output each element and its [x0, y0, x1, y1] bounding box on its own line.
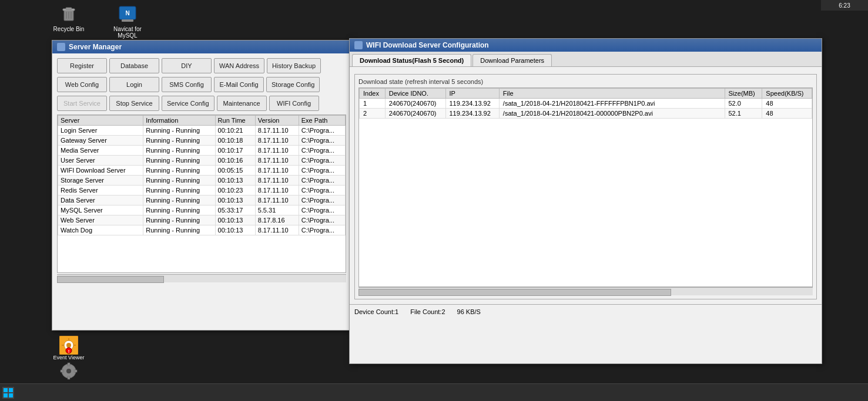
event-viewer-icon-item[interactable]: ! Event Viewer [48, 336, 89, 360]
download-table-container[interactable]: Index Device IDNO. IP File Size(MB) Spee… [358, 87, 813, 287]
web-config-button[interactable]: Web Config [57, 77, 107, 92]
tab-download-params[interactable]: Download Parameters [472, 54, 552, 66]
cell-version: 8.17.11.10 [255, 146, 299, 156]
cell-exe_path: C:\Progra... [299, 136, 345, 146]
table-row[interactable]: MySQL ServerRunning - Running05:33:175.5… [58, 205, 346, 215]
stop-service-button[interactable]: Stop Service [109, 96, 159, 111]
table-row[interactable]: 2240670(240670)119.234.13.92/sata_1/2018… [360, 109, 812, 119]
cell-run_time: 00:05:15 [215, 166, 255, 176]
server-manager-title: Server Manager [69, 43, 122, 51]
cell-version: 8.17.11.10 [255, 156, 299, 166]
cell-server: Storage Server [58, 176, 143, 186]
download-table-header-row: Index Device IDNO. IP File Size(MB) Spee… [360, 89, 812, 99]
wan-address-button[interactable]: WAN Address [214, 58, 264, 73]
cell-version: 8.17.11.10 [255, 126, 299, 136]
svg-point-21 [66, 369, 71, 373]
server-manager-title-icon [57, 43, 65, 51]
file-count: File Count:2 [410, 308, 445, 315]
toolbar-row-3: Start Service Stop Service Service Confi… [57, 96, 346, 111]
table-row[interactable]: Gateway ServerRunning - Running00:10:188… [58, 136, 346, 146]
table-row[interactable]: 1240670(240670)119.234.13.92/sata_1/2018… [360, 99, 812, 109]
cell-exe_path: C:\Progra... [299, 176, 345, 186]
col-file: File [499, 89, 725, 99]
download-table-body: 1240670(240670)119.234.13.92/sata_1/2018… [360, 99, 812, 119]
table-row[interactable]: Media ServerRunning - Running00:10:178.1… [58, 146, 346, 156]
cell-server: MySQL Server [58, 205, 143, 215]
col-server: Server [58, 116, 143, 126]
tab-download-status[interactable]: Download Status(Flash 5 Second) [352, 54, 471, 66]
cell-information: Running - Running [143, 166, 215, 176]
sms-config-button[interactable]: SMS Config [162, 77, 212, 92]
register-button[interactable]: Register [57, 58, 107, 73]
diy-button[interactable]: DIY [162, 58, 212, 73]
cell-information: Running - Running [143, 225, 215, 235]
cell-information: Running - Running [143, 215, 215, 225]
cell-run_time: 00:10:13 [215, 196, 255, 205]
cell-exe_path: C:\Progra... [299, 196, 345, 205]
cell-exe_path: C:\Progra... [299, 166, 345, 176]
table-row[interactable]: Data ServerRunning - Running00:10:138.17… [58, 196, 346, 205]
cell-index: 2 [360, 109, 386, 119]
cell-exe_path: C:\Progra... [299, 156, 345, 166]
email-config-button[interactable]: E-Mail Config [214, 77, 264, 92]
cell-version: 8.17.11.10 [255, 225, 299, 235]
cell-server: Redis Server [58, 186, 143, 196]
wifi-config-tabs: Download Status(Flash 5 Second) Download… [350, 52, 822, 67]
cell-information: Running - Running [143, 196, 215, 205]
cell-version: 8.17.11.10 [255, 196, 299, 205]
wifi-config-sm-button[interactable]: WIFI Config [269, 96, 319, 111]
cell-run_time: 00:10:13 [215, 225, 255, 235]
navicat-icon[interactable]: N Navicat for MySQL [107, 3, 148, 39]
server-table-container[interactable]: Server Information Run Time Version Exe … [57, 114, 346, 273]
gear-icon-item[interactable] [48, 362, 89, 380]
recycle-bin-label: Recycle Bin [53, 26, 85, 32]
service-config-button[interactable]: Service Config [162, 96, 215, 111]
wifi-status-bar: Device Count:1 File Count:2 96 KB/S [350, 304, 822, 319]
cell-exe_path: C:\Progra... [299, 215, 345, 225]
recycle-bin-img [58, 3, 79, 24]
login-button[interactable]: Login [109, 77, 159, 92]
table-row[interactable]: Web ServerRunning - Running00:10:138.17.… [58, 215, 346, 225]
table-row[interactable]: Login ServerRunning - Running00:10:218.1… [58, 126, 346, 136]
cell-server: Login Server [58, 126, 143, 136]
table-row[interactable]: Redis ServerRunning - Running00:10:238.1… [58, 186, 346, 196]
start-service-button[interactable]: Start Service [57, 96, 107, 111]
cell-speed: 48 [762, 109, 812, 119]
event-viewer-label: Event Viewer [53, 355, 85, 360]
col-run-time: Run Time [215, 116, 255, 126]
cell-device_id: 240670(240670) [385, 109, 445, 119]
taskbar-start[interactable] [0, 385, 16, 401]
database-button[interactable]: Database [109, 58, 159, 73]
cell-ip: 119.234.13.92 [445, 99, 499, 109]
server-manager-content: Register Database DIY WAN Address Histor… [52, 53, 351, 287]
cell-version: 8.17.11.10 [255, 176, 299, 186]
maintenance-button[interactable]: Maintenance [217, 96, 267, 111]
desktop-icons-area: Recycle Bin N Navicat for MySQL [48, 3, 148, 39]
server-manager-titlebar: Server Manager [52, 41, 351, 53]
server-table-body: Login ServerRunning - Running00:10:218.1… [58, 126, 346, 235]
cell-information: Running - Running [143, 186, 215, 196]
col-size: Size(MB) [725, 89, 762, 99]
cell-server: User Server [58, 156, 143, 166]
wifi-config-title: WIFI Download Server Configuration [366, 41, 489, 49]
table-row[interactable]: WIFI Download ServerRunning - Running00:… [58, 166, 346, 176]
table-row[interactable]: User ServerRunning - Running00:10:168.17… [58, 156, 346, 166]
cell-run_time: 00:10:13 [215, 176, 255, 186]
desktop: 6:23 Recycle Bin N [0, 0, 868, 401]
wifi-config-body: Download Status(Flash 5 Second) Download… [350, 52, 822, 319]
recycle-bin-icon[interactable]: Recycle Bin [48, 3, 89, 39]
server-table: Server Information Run Time Version Exe … [58, 115, 346, 235]
col-exe-path: Exe Path [299, 116, 345, 126]
cell-run_time: 00:10:18 [215, 136, 255, 146]
cell-server: Watch Dog [58, 225, 143, 235]
storage-config-button[interactable]: Storage Config [266, 77, 320, 92]
table-row[interactable]: Watch DogRunning - Running00:10:138.17.1… [58, 225, 346, 235]
history-backup-button[interactable]: History Backup [267, 58, 321, 73]
wifi-tab-content: Download state (refresh interval 5 secon… [350, 67, 822, 304]
table-row[interactable]: Storage ServerRunning - Running00:10:138… [58, 176, 346, 186]
download-table-scrollbar[interactable] [358, 287, 813, 295]
server-table-scrollbar[interactable] [57, 274, 346, 282]
cell-run_time: 00:10:16 [215, 156, 255, 166]
cell-device_id: 240670(240670) [385, 99, 445, 109]
wifi-config-title-icon [354, 41, 363, 49]
